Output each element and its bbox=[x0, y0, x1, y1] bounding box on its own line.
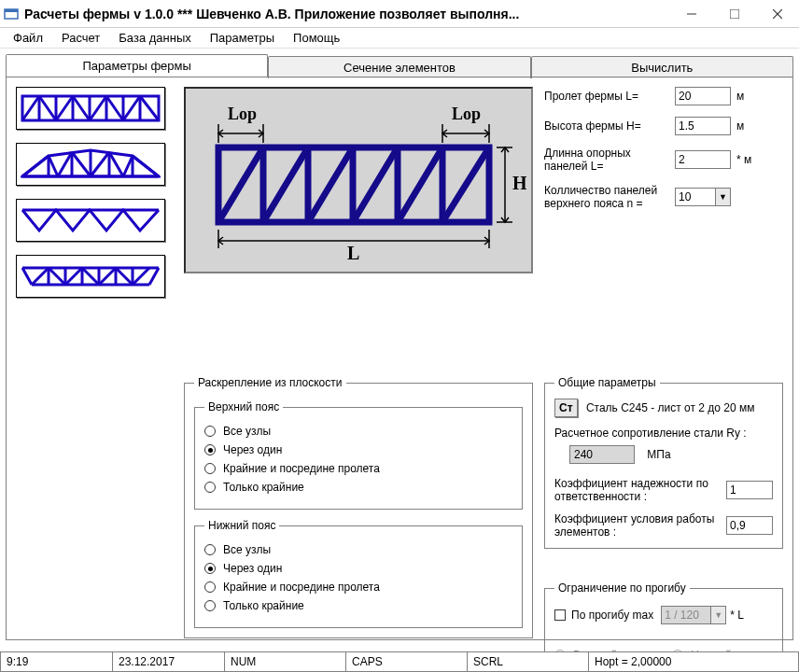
window-title: Расчеты фермы v 1.0.0 *** Шевченко А.В. … bbox=[24, 7, 670, 21]
status-num: NUM bbox=[224, 651, 345, 672]
tab-compute[interactable]: Вычислить bbox=[531, 56, 793, 78]
statusbar: 9:19 23.12.2017 NUM CAPS SCRL Hopt = 2,0… bbox=[0, 651, 799, 672]
common-legend: Общие параметры bbox=[554, 376, 660, 389]
top-opt-edge-only[interactable]: Только крайние bbox=[204, 481, 512, 494]
status-caps: CAPS bbox=[345, 651, 467, 672]
geometry-params: Пролет фермы L= м Высота фермы H= м Длин… bbox=[544, 87, 783, 221]
ry-label: Расчетное сопротивление стали Ry : bbox=[554, 427, 773, 440]
minimize-button[interactable] bbox=[670, 0, 713, 28]
menu-file[interactable]: Файл bbox=[4, 29, 52, 47]
menu-help[interactable]: Помощь bbox=[284, 29, 349, 47]
deflection-ratio-value: 1 / 120 bbox=[662, 609, 710, 622]
height-unit: м bbox=[736, 119, 744, 133]
responsibility-input[interactable] bbox=[726, 481, 773, 499]
responsibility-label: Коэффициент надежности по ответственност… bbox=[554, 477, 726, 503]
svg-line-14 bbox=[140, 96, 159, 120]
svg-line-12 bbox=[106, 96, 123, 120]
svg-line-56 bbox=[218, 147, 263, 222]
diagram-L: L bbox=[347, 243, 359, 263]
svg-line-26 bbox=[58, 152, 72, 176]
svg-line-13 bbox=[123, 96, 140, 120]
support-length-label: Длинна опорных панелей L= bbox=[544, 147, 675, 173]
steel-button[interactable]: Ст bbox=[554, 399, 578, 417]
panel-count-value: 10 bbox=[676, 190, 715, 203]
truss-diagram: Lop Lop H L bbox=[184, 87, 533, 273]
bracing-group: Раскрепление из плоскости Верхний пояс В… bbox=[184, 376, 533, 638]
svg-line-7 bbox=[22, 96, 39, 120]
status-date: 23.12.2017 bbox=[112, 651, 224, 672]
span-input[interactable] bbox=[675, 87, 731, 105]
diagram-lop-right: Lop bbox=[452, 105, 481, 123]
bot-opt-edge-only[interactable]: Только крайние bbox=[204, 599, 512, 612]
svg-line-8 bbox=[39, 96, 56, 120]
svg-line-29 bbox=[109, 152, 123, 176]
height-input[interactable] bbox=[675, 117, 731, 135]
bot-opt-edge-mid[interactable]: Крайние и посредине пролета bbox=[204, 581, 512, 594]
svg-line-66 bbox=[442, 147, 489, 222]
app-icon bbox=[4, 7, 19, 21]
svg-line-40 bbox=[22, 268, 32, 285]
chevron-down-icon: ▼ bbox=[715, 189, 730, 205]
work-coef-input[interactable] bbox=[726, 516, 773, 535]
close-button[interactable] bbox=[756, 0, 799, 28]
svg-line-58 bbox=[263, 147, 308, 222]
tab-section[interactable]: Сечение элементов bbox=[268, 56, 530, 78]
truss-type-1[interactable] bbox=[16, 87, 165, 130]
svg-rect-1 bbox=[5, 9, 18, 12]
svg-line-11 bbox=[90, 96, 106, 120]
ry-unit: МПа bbox=[647, 448, 670, 461]
tabs: Параметры фермы Сечение элементов Вычисл… bbox=[6, 54, 793, 77]
svg-line-41 bbox=[149, 268, 159, 285]
span-label: Пролет фермы L= bbox=[544, 90, 675, 103]
svg-line-47 bbox=[116, 268, 133, 285]
svg-line-62 bbox=[353, 147, 398, 222]
menu-params[interactable]: Параметры bbox=[201, 29, 284, 47]
menu-db[interactable]: База данных bbox=[109, 29, 200, 47]
tab-params[interactable]: Параметры фермы bbox=[6, 54, 268, 77]
titlebar: Расчеты фермы v 1.0.0 *** Шевченко А.В. … bbox=[0, 0, 799, 28]
diagram-H: H bbox=[512, 173, 526, 193]
bracing-legend: Раскрепление из плоскости bbox=[194, 376, 346, 389]
top-opt-all[interactable]: Все узлы bbox=[204, 425, 512, 438]
menu-calc[interactable]: Расчет bbox=[52, 29, 109, 47]
svg-line-28 bbox=[91, 152, 109, 176]
support-length-input[interactable] bbox=[675, 150, 731, 169]
diagram-lop-left: Lop bbox=[228, 105, 257, 123]
bot-opt-all[interactable]: Все узлы bbox=[204, 543, 512, 556]
chevron-down-icon: ▼ bbox=[710, 607, 725, 623]
deflection-ratio-dropdown: 1 / 120 ▼ bbox=[661, 606, 726, 624]
status-time: 9:19 bbox=[0, 651, 112, 672]
top-opt-alt[interactable]: Через один bbox=[204, 443, 512, 456]
common-params-group: Общие параметры Ст Сталь С245 - лист от … bbox=[544, 376, 783, 549]
bot-opt-alt[interactable]: Через один bbox=[204, 562, 512, 575]
tab-content: Lop Lop H L bbox=[6, 77, 793, 640]
deflection-suffix: * L bbox=[730, 609, 744, 622]
bottom-chord-group: Нижний пояс Все узлы Через один Крайние … bbox=[194, 519, 523, 628]
svg-line-10 bbox=[73, 96, 90, 120]
svg-rect-3 bbox=[730, 9, 739, 19]
status-hopt: Hopt = 2,00000 bbox=[588, 651, 799, 672]
truss-type-4[interactable] bbox=[16, 255, 165, 298]
status-scrl: SCRL bbox=[467, 651, 588, 672]
deflection-checkbox[interactable] bbox=[554, 609, 566, 621]
truss-type-3[interactable] bbox=[16, 199, 165, 242]
panel-count-dropdown[interactable]: 10 ▼ bbox=[675, 188, 731, 206]
top-opt-edge-mid[interactable]: Крайние и посредине пролета bbox=[204, 462, 512, 475]
svg-line-43 bbox=[49, 268, 65, 285]
top-chord-group: Верхний пояс Все узлы Через один Крайние… bbox=[194, 400, 523, 510]
work-coef-label: Коэффициент условия работы элементов : bbox=[554, 512, 726, 539]
deflection-legend: Ограничение по прогибу bbox=[554, 581, 690, 595]
svg-line-60 bbox=[308, 147, 353, 222]
svg-line-45 bbox=[82, 268, 99, 285]
ry-value: 240 bbox=[569, 445, 635, 464]
top-chord-legend: Верхний пояс bbox=[204, 400, 283, 413]
maximize-button[interactable] bbox=[713, 0, 756, 28]
deflection-label: По прогибу max bbox=[571, 609, 653, 622]
svg-line-46 bbox=[99, 268, 116, 285]
panel-count-label: Колличество панелей верхнего пояса n = bbox=[544, 184, 675, 210]
svg-line-44 bbox=[65, 268, 82, 285]
height-label: Высота фермы H= bbox=[544, 119, 675, 133]
truss-type-2[interactable] bbox=[16, 143, 165, 186]
svg-line-48 bbox=[133, 268, 149, 285]
steel-description: Сталь С245 - лист от 2 до 20 мм bbox=[586, 401, 755, 414]
